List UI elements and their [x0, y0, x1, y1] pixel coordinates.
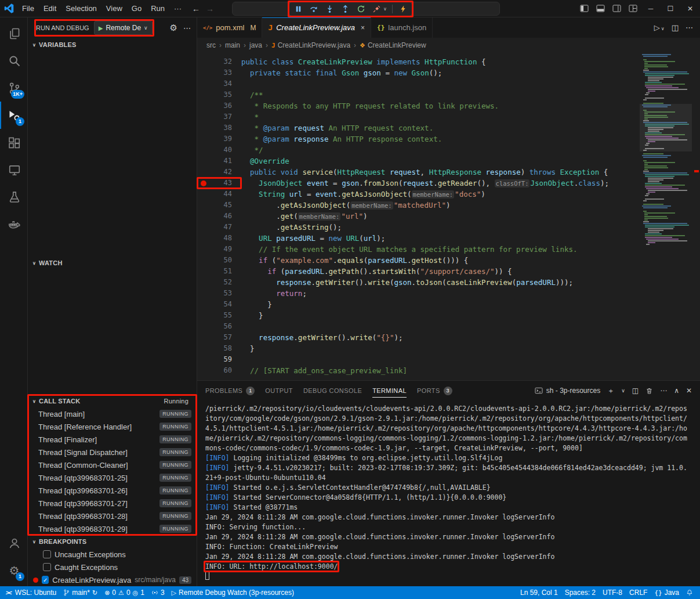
code-line[interactable]: 45 .getAsJsonObject(memberName:"matchedU…	[197, 200, 636, 211]
maximize-panel-icon[interactable]: ∧	[674, 387, 679, 395]
variables-header[interactable]: ∨ VARIABLES	[28, 38, 197, 51]
tab-pom-xml[interactable]: </>pom.xmlM	[197, 17, 262, 38]
code-line[interactable]: 60 // [START add_ons_case_preview_link]	[197, 365, 636, 376]
run-java-icon[interactable]: ▷ ∨	[654, 23, 665, 32]
terminal-output[interactable]: /pierrick/.m2/repository/io/cloudevents/…	[197, 400, 700, 586]
breadcrumb-item[interactable]: JCreateLinkPreview.java	[271, 41, 350, 49]
code-line[interactable]: 47 .getAsString();	[197, 222, 636, 233]
line-gutter[interactable]: 38	[197, 122, 241, 133]
breakpoint-margin[interactable]	[197, 145, 210, 156]
line-gutter[interactable]: 60	[197, 365, 241, 376]
breakpoint-margin[interactable]	[197, 299, 210, 310]
step-out-icon[interactable]	[340, 4, 350, 15]
activity-search-icon[interactable]	[0, 47, 27, 74]
line-gutter[interactable]: 35	[197, 89, 241, 100]
panel-tab-output[interactable]: OUTPUT	[265, 381, 293, 400]
code-line[interactable]: 42 public void service(HttpRequest reque…	[197, 167, 636, 178]
breakpoint-margin[interactable]	[197, 178, 210, 189]
close-tab-icon[interactable]: ×	[361, 24, 365, 32]
breakpoint-margin[interactable]	[197, 332, 210, 343]
line-gutter[interactable]: 37	[197, 111, 241, 122]
split-editor-icon[interactable]: ◫	[672, 23, 679, 32]
code-line[interactable]: 39 * @param response An HTTP response co…	[197, 133, 636, 145]
breakpoint-margin[interactable]	[197, 288, 210, 299]
breakpoint-checkbox[interactable]: ✓	[42, 576, 49, 584]
breakpoint-row[interactable]: ✓CreateLinkPreview.javasrc/main/java43	[28, 573, 197, 586]
activity-remote-explorer-icon[interactable]	[0, 156, 27, 183]
breakpoint-margin[interactable]	[197, 122, 210, 133]
code-line[interactable]: 43 JsonObject event = gson.fromJson(requ…	[197, 178, 636, 189]
menu-edit[interactable]: Edit	[39, 2, 61, 15]
breakpoint-margin[interactable]	[197, 222, 210, 233]
breakpoint-checkbox[interactable]	[43, 563, 51, 571]
panel-tab-problems[interactable]: PROBLEMS1	[205, 381, 255, 400]
breakpoint-checkbox[interactable]	[43, 550, 51, 558]
breakpoint-margin[interactable]	[197, 67, 210, 78]
line-gutter[interactable]: 40	[197, 145, 241, 156]
hot-code-replace-icon[interactable]	[398, 4, 408, 15]
breakpoints-header[interactable]: ∨ BREAKPOINTS	[28, 535, 197, 548]
kill-terminal-icon[interactable]	[645, 387, 653, 395]
breadcrumb-item[interactable]: main	[225, 41, 240, 49]
menu-[interactable]: ···	[169, 2, 186, 15]
line-gutter[interactable]: 36	[197, 100, 241, 111]
activity-extensions-icon[interactable]	[0, 129, 27, 156]
menu-file[interactable]: File	[17, 2, 39, 15]
line-gutter[interactable]: 47	[197, 222, 241, 233]
code-line[interactable]: 49 // If the event object URL matches a …	[197, 244, 636, 255]
activity-settings-icon[interactable]: ⚙1	[0, 557, 27, 584]
minimize-button[interactable]: ─	[641, 0, 661, 17]
breakpoint-margin[interactable]	[197, 233, 210, 244]
thread-row[interactable]: Thread [Reference Handler]RUNNING	[28, 420, 197, 433]
breakpoint-row[interactable]: Caught Exceptions	[28, 561, 197, 573]
line-gutter[interactable]: 55	[197, 310, 241, 321]
breakpoint-margin[interactable]	[197, 200, 210, 211]
breakpoint-margin[interactable]	[197, 189, 210, 200]
code-line[interactable]: 41 @Override	[197, 156, 636, 167]
terminal-instance-select[interactable]: sh - 3p-resources	[535, 387, 600, 395]
activity-explorer-icon[interactable]	[0, 20, 27, 47]
debug-session-status[interactable]: ▷ Remote Debug Watch (3p-resources)	[168, 586, 298, 599]
line-gutter[interactable]: 56	[197, 321, 241, 332]
thread-row[interactable]: Thread [qtp399683701-29]RUNNING	[28, 522, 197, 535]
editor-more-actions-icon[interactable]: ⋯	[686, 23, 693, 32]
editor-scrollbar[interactable]	[692, 53, 700, 380]
code-line[interactable]: 54 }	[197, 299, 636, 310]
code-line[interactable]: 38 * @param request An HTTP request cont…	[197, 122, 636, 133]
go-forward-icon[interactable]: →	[206, 4, 214, 13]
code-line[interactable]: 55 }	[197, 310, 636, 321]
line-gutter[interactable]: 52	[197, 277, 241, 288]
close-button[interactable]: ✕	[680, 0, 700, 17]
activity-run-and-debug-icon[interactable]: 1	[0, 102, 27, 129]
code-line[interactable]: 52 response.getWriter().write(gson.toJso…	[197, 277, 636, 288]
breakpoint-margin[interactable]	[197, 156, 210, 167]
toggle-secondary-sidebar-icon[interactable]	[608, 0, 625, 17]
activity-testing-icon[interactable]	[0, 183, 27, 211]
code-line[interactable]: 33 private static final Gson gson = new …	[197, 67, 636, 78]
code-line[interactable]: 59	[197, 354, 636, 365]
thread-row[interactable]: Thread [qtp399683701-27]RUNNING	[28, 497, 197, 510]
line-gutter[interactable]: 44	[197, 189, 241, 200]
remote-indicator[interactable]: >< WSL: Ubuntu	[0, 586, 60, 599]
maximize-button[interactable]: ☐	[661, 0, 680, 17]
terminal-dropdown-icon[interactable]: ∨	[621, 388, 625, 394]
line-gutter[interactable]: 59	[197, 354, 241, 365]
menu-selection[interactable]: Selection	[61, 2, 101, 15]
panel-more-actions-icon[interactable]: ⋯	[660, 387, 667, 395]
activity-source-control-icon[interactable]: 1K+	[0, 74, 27, 102]
activity-docker-icon[interactable]	[0, 211, 27, 238]
thread-row[interactable]: Thread [qtp399683701-25]RUNNING	[28, 471, 197, 484]
pause-icon[interactable]	[293, 4, 303, 15]
code-line[interactable]: 57 response.getWriter().write("{}");	[197, 332, 636, 343]
more-actions-icon[interactable]: ⋯	[183, 24, 191, 33]
code-line[interactable]: 58 }	[197, 343, 636, 354]
code-line[interactable]: 48 URL parsedURL = new URL(url);	[197, 233, 636, 244]
breakpoint-margin[interactable]	[197, 354, 210, 365]
breakpoint-margin[interactable]	[197, 56, 210, 67]
thread-row[interactable]: Thread [qtp399683701-28]RUNNING	[28, 510, 197, 522]
minimap[interactable]	[640, 53, 692, 380]
breakpoint-margin[interactable]	[197, 277, 210, 288]
breakpoint-margin[interactable]	[197, 343, 210, 354]
forwarded-ports-status[interactable]: 3	[148, 586, 168, 599]
new-terminal-icon[interactable]: ＋	[607, 386, 614, 396]
